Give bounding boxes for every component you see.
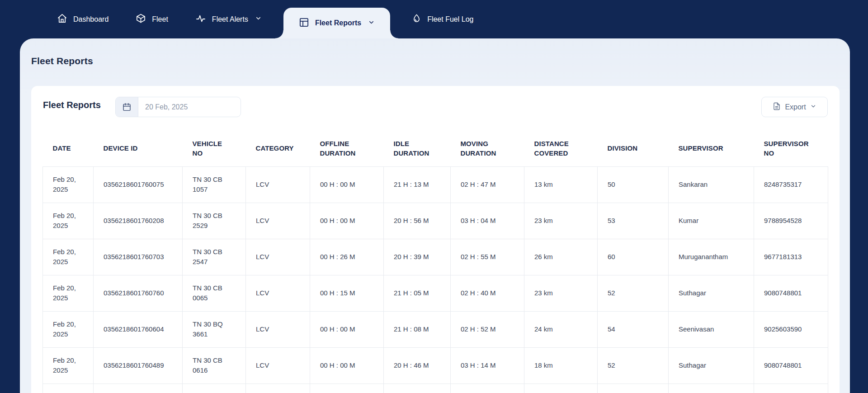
card-title: Fleet Reports xyxy=(43,100,101,110)
table-cell: Feb 20, 2025 xyxy=(43,239,94,275)
table-row: Feb 20, 20250356218601760075TN 30 CB 105… xyxy=(43,166,828,203)
nav-item-label: Dashboard xyxy=(73,15,108,24)
fleet-reports-card: Fleet Reports 20 Feb, 2025 Export xyxy=(31,86,840,393)
date-picker[interactable]: 20 Feb, 2025 xyxy=(115,97,241,117)
column-header-division: DIVISION xyxy=(598,130,669,166)
table-cell: 9025603590 xyxy=(754,311,828,347)
activity-icon xyxy=(195,13,206,26)
nav-item-fleet-reports-active[interactable]: Fleet Reports xyxy=(283,8,390,38)
table-cell: 24 km xyxy=(524,311,598,347)
table-cell: Kumar xyxy=(669,203,754,239)
table-cell: 21 H : 08 M xyxy=(384,311,451,347)
table-cell: LCV xyxy=(246,203,310,239)
column-header-idle-duration: IDLE DURATION xyxy=(384,130,451,166)
table-row: Feb 20, 20250356218601760208TN 30 CB 252… xyxy=(43,203,828,239)
table-cell: 00 H : 26 M xyxy=(310,239,384,275)
nav-item-label: Fleet Reports xyxy=(315,19,361,27)
table-cell: 9080748801 xyxy=(754,347,828,384)
table-cell: 03 H : 04 M xyxy=(451,203,524,239)
table-cell xyxy=(384,384,451,393)
table-cell: 0356218601760703 xyxy=(94,239,183,275)
table-cell: LCV xyxy=(246,347,310,384)
report-table: DATE DEVICE ID VEHICLE NO CATEGORY OFFLI… xyxy=(42,130,828,393)
table-cell: LCV xyxy=(246,239,310,275)
table-cell: Sankaran xyxy=(669,166,754,203)
nav-item-fleet[interactable]: Fleet xyxy=(122,0,182,38)
table-cell: 0356218601760489 xyxy=(94,347,183,384)
calendar-icon xyxy=(116,97,138,117)
table-cell: Feb 20, 2025 xyxy=(43,311,94,347)
table-cell: 0356218601760760 xyxy=(94,275,183,311)
table-cell: 9080748801 xyxy=(754,275,828,311)
table-row: Feb 20, 20250356218601760489TN 30 CB 061… xyxy=(43,347,828,384)
column-header-distance-covered: DISTANCE COVERED xyxy=(524,130,598,166)
layout-icon xyxy=(299,17,309,29)
table-cell: 20 H : 56 M xyxy=(384,203,451,239)
table-cell: Suthagar xyxy=(669,347,754,384)
nav-item-fleet-fuel-log[interactable]: Fleet Fuel Log xyxy=(398,0,487,38)
report-table-wrap: DATE DEVICE ID VEHICLE NO CATEGORY OFFLI… xyxy=(42,130,828,393)
nav-item-fleet-alerts[interactable]: Fleet Alerts xyxy=(182,0,275,38)
top-navbar: Dashboard Fleet Fleet Alerts Fleet Repor… xyxy=(0,0,868,38)
table-cell: 50 xyxy=(598,166,669,203)
export-button-label: Export xyxy=(785,103,806,111)
table-cell xyxy=(451,384,524,393)
table-cell xyxy=(94,384,183,393)
nav-item-label: Fleet Alerts xyxy=(212,15,248,24)
table-cell: 8248735317 xyxy=(754,166,828,203)
table-cell: 0356218601760075 xyxy=(94,166,183,203)
table-cell: 02 H : 52 M xyxy=(451,311,524,347)
table-cell: Feb 20, 2025 xyxy=(43,203,94,239)
table-cell: 0356218601760208 xyxy=(94,203,183,239)
table-cell: 20 H : 46 M xyxy=(384,347,451,384)
table-cell: 00 H : 15 M xyxy=(310,275,384,311)
nav-item-label: Fleet xyxy=(152,15,168,24)
column-header-device-id: DEVICE ID xyxy=(94,130,183,166)
cube-icon xyxy=(136,13,146,25)
table-cell: 20 H : 39 M xyxy=(384,239,451,275)
table-cell: TN 30 CB 0616 xyxy=(183,347,246,384)
table-row: Feb 20, 20250356218601760703TN 30 CB 254… xyxy=(43,239,828,275)
table-cell: 03 H : 14 M xyxy=(451,347,524,384)
table-cell: 60 xyxy=(598,239,669,275)
table-cell xyxy=(310,384,384,393)
table-cell xyxy=(43,384,94,393)
nav-item-dashboard[interactable]: Dashboard xyxy=(43,0,122,38)
table-cell: 26 km xyxy=(524,239,598,275)
column-header-date: DATE xyxy=(43,130,94,166)
date-picker-value: 20 Feb, 2025 xyxy=(138,97,188,117)
table-cell: 23 km xyxy=(524,203,598,239)
table-cell: 53 xyxy=(598,203,669,239)
table-cell: TN 30 CB 2547 xyxy=(183,239,246,275)
table-cell: 18 km xyxy=(524,347,598,384)
column-header-supervisor-no: SUPERVISOR NO xyxy=(754,130,828,166)
column-header-category: CATEGORY xyxy=(246,130,310,166)
table-cell: 9788954528 xyxy=(754,203,828,239)
column-header-supervisor: SUPERVISOR xyxy=(669,130,754,166)
table-cell: Feb 20, 2025 xyxy=(43,347,94,384)
table-cell: TN 30 CB 1057 xyxy=(183,166,246,203)
table-cell: TN 30 BQ 3661 xyxy=(183,311,246,347)
table-cell: Muruganantham xyxy=(669,239,754,275)
table-cell xyxy=(246,384,310,393)
table-cell: TN 30 CB 2529 xyxy=(183,203,246,239)
table-cell: 00 H : 00 M xyxy=(310,203,384,239)
table-cell: 52 xyxy=(598,347,669,384)
table-row-partial xyxy=(43,384,828,393)
table-cell: 21 H : 13 M xyxy=(384,166,451,203)
table-cell: LCV xyxy=(246,275,310,311)
droplet-icon xyxy=(412,14,421,25)
table-row: Feb 20, 20250356218601760760TN 30 CB 006… xyxy=(43,275,828,311)
table-cell: 23 km xyxy=(524,275,598,311)
table-cell: 00 H : 00 M xyxy=(310,347,384,384)
chevron-down-icon xyxy=(368,19,375,28)
table-cell: 02 H : 40 M xyxy=(451,275,524,311)
column-header-offline-duration: OFFLINE DURATION xyxy=(310,130,384,166)
table-cell xyxy=(524,384,598,393)
table-cell: 00 H : 00 M xyxy=(310,166,384,203)
table-cell: LCV xyxy=(246,166,310,203)
table-cell: 00 H : 00 M xyxy=(310,311,384,347)
export-button[interactable]: Export xyxy=(761,97,828,117)
nav-item-label: Fleet Fuel Log xyxy=(427,15,473,24)
chevron-down-icon xyxy=(810,103,816,111)
